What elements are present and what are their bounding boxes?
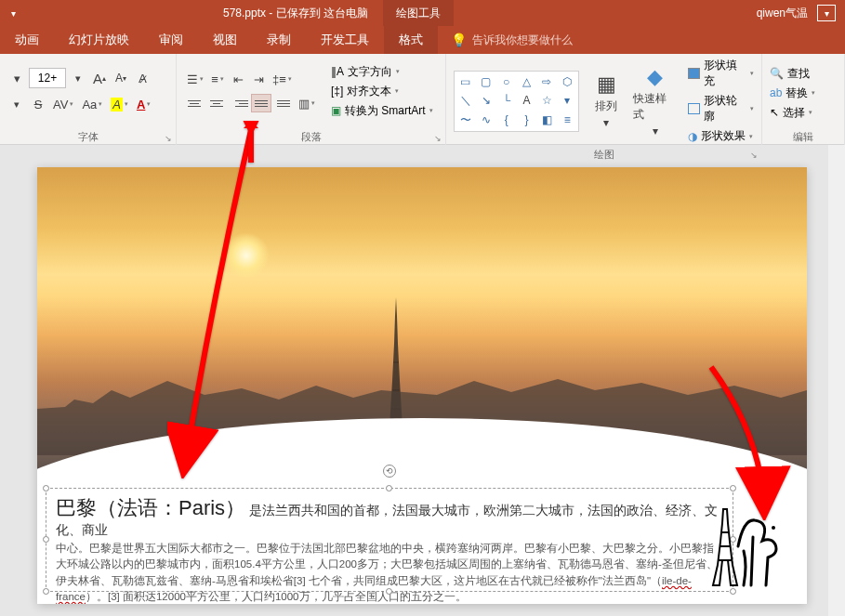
font-dropdown2-icon[interactable]: ▾ (7, 94, 26, 114)
shape-arrow-icon[interactable]: ⇨ (537, 73, 556, 91)
group-edit: 🔍查找 ab替换▾ ↖选择▾ 编辑 (762, 54, 845, 145)
shape-callout-icon[interactable]: ◧ (537, 111, 556, 129)
tab-view[interactable]: 视图 (198, 26, 252, 54)
arrange-icon: ▦ (597, 72, 616, 97)
bullets-button[interactable]: ☰▾ (184, 69, 206, 89)
tab-slideshow[interactable]: 幻灯片放映 (54, 26, 144, 54)
shape-expand-icon[interactable]: ≡ (558, 111, 576, 129)
align-right-button[interactable] (229, 94, 249, 112)
shape-rect-icon[interactable]: ▭ (456, 73, 475, 91)
char-spacing-button[interactable]: AV▾ (50, 94, 76, 114)
font-color-button[interactable]: A▾ (134, 94, 153, 114)
align-center-button[interactable] (206, 94, 227, 112)
shape-brace2-icon[interactable]: } (518, 111, 536, 129)
strike-button[interactable]: S (29, 94, 47, 114)
tab-animation[interactable]: 动画 (0, 26, 54, 54)
tab-developer[interactable]: 开发工具 (306, 26, 384, 54)
lightbulb-icon: 💡 (451, 33, 467, 47)
shape-hex-icon[interactable]: ⬡ (558, 73, 576, 91)
ribbon-tabs: 动画 幻灯片放映 审阅 视图 录制 开发工具 格式 💡 告诉我你想要做什么 (0, 26, 845, 54)
decrease-font-button[interactable]: A▾ (112, 68, 130, 88)
align-text-icon: [‡] (331, 85, 343, 98)
group-font: ▾ ▾ A▴ A▾ A̷ ▾ S AV▾ Aa▾ A▾ A▾ 字体 (0, 54, 177, 145)
customize-qat-icon[interactable]: ▾ (11, 8, 16, 19)
title-bar: ▾ 578.pptx - 已保存到 这台电脑 绘图工具 qiwen气温 ▾ (0, 0, 845, 26)
tab-record[interactable]: 录制 (252, 26, 306, 54)
group-drawing: ▭ ▢ ○ △ ⇨ ⬡ ＼ ↘ └ A ☆ ▾ 〜 ∿ { } ◧ ≡ ▦ (446, 54, 762, 145)
quick-styles-button[interactable]: ◆ 快速样式 ▾ (633, 71, 676, 132)
columns-button[interactable]: ▥▾ (296, 93, 318, 113)
ribbon-options-icon[interactable]: ▾ (817, 5, 836, 21)
select-button[interactable]: ↖选择▾ (770, 105, 815, 121)
shape-rrect-icon[interactable]: ▢ (477, 73, 495, 91)
arrange-button[interactable]: ▦ 排列 ▾ (585, 71, 627, 132)
shape-outline-button[interactable]: 形状轮廓▾ (688, 93, 754, 125)
increase-font-button[interactable]: A▴ (90, 68, 109, 88)
shape-arrowline-icon[interactable]: ↘ (477, 92, 495, 110)
font-dropdown-icon[interactable]: ▾ (7, 68, 26, 88)
shape-brace-icon[interactable]: { (497, 111, 516, 129)
cursor-icon: ↖ (770, 106, 779, 119)
shape-elbow-icon[interactable]: └ (497, 92, 516, 110)
effects-icon: ◑ (688, 130, 697, 143)
group-drawing-label: 绘图 (594, 148, 614, 162)
indent-left-button[interactable]: ⇤ (229, 69, 247, 89)
shape-effects-button[interactable]: ◑形状效果▾ (688, 128, 754, 144)
change-case-button[interactable]: Aa▾ (79, 94, 105, 114)
paragraph-launcher-icon[interactable]: ↘ (434, 134, 442, 143)
rotation-handle[interactable]: ⟲ (383, 465, 396, 478)
tab-format[interactable]: 格式 (384, 26, 438, 54)
shape-free-icon[interactable]: ∿ (477, 111, 495, 129)
textbox-title: 巴黎（法语：Paris） (56, 496, 245, 519)
align-justify-button[interactable] (251, 94, 271, 112)
replace-button[interactable]: ab替换▾ (770, 85, 815, 101)
convert-smartart-button[interactable]: ▣转换为 SmartArt▾ (331, 103, 433, 119)
tell-me-search[interactable]: 💡 告诉我你想要做什么 (451, 33, 573, 48)
shape-fill-button[interactable]: 形状填充▾ (688, 58, 754, 89)
drawing-launcher-icon[interactable]: ↘ (750, 151, 758, 160)
hero-image (37, 167, 807, 474)
shape-curve-icon[interactable]: 〜 (456, 111, 475, 129)
search-icon: 🔍 (770, 67, 784, 80)
shape-more-icon[interactable]: ▾ (558, 92, 576, 110)
smartart-icon: ▣ (331, 104, 341, 117)
shapes-gallery[interactable]: ▭ ▢ ○ △ ⇨ ⬡ ＼ ↘ └ A ☆ ▾ 〜 ∿ { } ◧ ≡ (454, 71, 579, 132)
outline-swatch-icon (688, 103, 700, 114)
indent-right-button[interactable]: ⇥ (249, 69, 268, 89)
vertical-scrollbar[interactable] (828, 145, 845, 616)
text-box[interactable]: ⟲ 巴黎（法语：Paris） 是法兰西共和国的首都，法国最大城市，欧洲第二大城市… (46, 488, 733, 592)
fill-swatch-icon (688, 68, 700, 79)
text-direction-icon: ‖A (331, 65, 344, 78)
font-size-input[interactable] (29, 68, 66, 88)
group-paragraph-label: 段落 (301, 130, 322, 144)
numbering-button[interactable]: ≡▾ (208, 69, 227, 89)
font-launcher-icon[interactable]: ↘ (165, 134, 172, 143)
line-spacing-button[interactable]: ‡≡▾ (270, 69, 295, 89)
ribbon: ▾ ▾ A▴ A▾ A̷ ▾ S AV▾ Aa▾ A▾ A▾ 字体 (0, 54, 845, 145)
group-edit-label: 编辑 (793, 130, 813, 144)
user-name[interactable]: qiwen气温 (757, 6, 808, 21)
align-left-button[interactable] (184, 94, 205, 112)
tab-review[interactable]: 审阅 (144, 26, 198, 54)
document-title: 578.pptx - 已保存到 这台电脑 (223, 6, 368, 21)
slide-canvas[interactable]: ⟲ 巴黎（法语：Paris） 是法兰西共和国的首都，法国最大城市，欧洲第二大城市… (37, 167, 807, 604)
group-font-label: 字体 (78, 130, 99, 144)
clear-formatting-button[interactable]: A̷ (133, 68, 152, 88)
highlight-button[interactable]: A▾ (108, 94, 131, 114)
chevron-down-icon: ▾ (653, 125, 658, 138)
replace-icon: ab (770, 86, 782, 99)
align-text-button[interactable]: [‡]对齐文本▾ (331, 84, 433, 99)
contextual-tab-label: 绘图工具 (383, 0, 454, 26)
svg-point-0 (772, 526, 775, 530)
shape-line-icon[interactable]: ＼ (456, 92, 475, 110)
shape-textbox-icon[interactable]: A (518, 92, 536, 110)
text-direction-button[interactable]: ‖A文字方向▾ (331, 64, 433, 80)
find-button[interactable]: 🔍查找 (770, 66, 815, 82)
shape-triangle-icon[interactable]: △ (518, 73, 536, 91)
shape-circle-icon[interactable]: ○ (497, 73, 516, 91)
textbox-title-line: 巴黎（法语：Paris） 是法兰西共和国的首都，法国最大城市，欧洲第二大城市，法… (56, 494, 723, 539)
shape-star-icon[interactable]: ☆ (537, 92, 556, 110)
font-size-dropdown-icon[interactable]: ▾ (69, 68, 87, 88)
distribute-button[interactable] (273, 94, 294, 112)
tell-me-placeholder: 告诉我你想要做什么 (472, 33, 573, 48)
